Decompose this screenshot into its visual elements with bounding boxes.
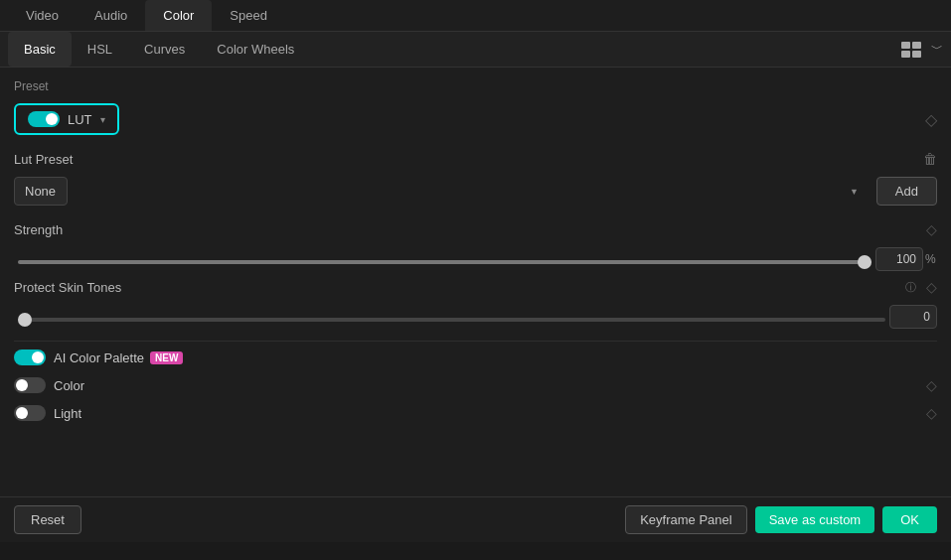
trash-icon[interactable]: 🗑 bbox=[923, 151, 937, 167]
reset-button[interactable]: Reset bbox=[14, 505, 81, 534]
preset-label: Preset bbox=[14, 79, 937, 93]
strength-value[interactable] bbox=[875, 247, 923, 271]
color-row: Color ◇ bbox=[14, 377, 937, 393]
subtab-basic[interactable]: Basic bbox=[8, 32, 72, 67]
save-as-custom-button[interactable]: Save as custom bbox=[755, 506, 875, 533]
ai-color-palette-row: AI Color Palette NEW bbox=[14, 350, 937, 365]
protect-skin-slider-row bbox=[14, 305, 937, 329]
light-row: Light ◇ bbox=[14, 405, 937, 421]
content-area: Preset LUT ▾ ◇ Lut Preset 🗑 None Add Str… bbox=[0, 68, 951, 496]
chevron-down-icon[interactable]: ﹀ bbox=[931, 41, 943, 58]
strength-slider-row: % bbox=[14, 247, 937, 271]
protect-skin-diamond-icon[interactable]: ◇ bbox=[926, 279, 937, 295]
lut-toggle-row: LUT ▾ ◇ bbox=[14, 103, 937, 135]
protect-skin-slider[interactable] bbox=[18, 318, 885, 322]
tab-color[interactable]: Color bbox=[145, 0, 212, 31]
lut-preset-select[interactable]: None bbox=[14, 177, 68, 206]
ai-color-palette-label: AI Color Palette bbox=[54, 350, 144, 365]
light-toggle[interactable] bbox=[14, 405, 46, 421]
svg-rect-1 bbox=[912, 42, 921, 49]
strength-slider[interactable] bbox=[18, 260, 872, 264]
protect-skin-info-icon[interactable]: ⓘ bbox=[905, 280, 916, 295]
strength-slider-container bbox=[18, 252, 872, 267]
ai-color-palette-toggle[interactable] bbox=[14, 350, 46, 365]
lut-dropdown-arrow[interactable]: ▾ bbox=[100, 114, 105, 125]
add-button[interactable]: Add bbox=[876, 177, 937, 206]
top-tab-bar: Video Audio Color Speed bbox=[0, 0, 951, 32]
strength-diamond-icon[interactable]: ◇ bbox=[926, 221, 937, 237]
lut-diamond-icon[interactable]: ◇ bbox=[925, 110, 937, 129]
subtab-colorwheels[interactable]: Color Wheels bbox=[201, 32, 310, 67]
svg-rect-2 bbox=[901, 51, 910, 58]
lut-preset-field-row: Lut Preset 🗑 bbox=[14, 151, 937, 167]
protect-skin-field-row: Protect Skin Tones ⓘ ◇ bbox=[14, 279, 937, 295]
sub-tab-bar: Basic HSL Curves Color Wheels ﹀ bbox=[0, 32, 951, 68]
lut-box[interactable]: LUT ▾ bbox=[14, 103, 119, 135]
svg-rect-3 bbox=[912, 51, 921, 58]
divider-1 bbox=[14, 341, 937, 342]
lut-preset-select-wrapper: None bbox=[14, 177, 869, 206]
subtab-curves[interactable]: Curves bbox=[128, 32, 201, 67]
keyframe-panel-button[interactable]: Keyframe Panel bbox=[625, 505, 747, 534]
strength-label: Strength bbox=[14, 222, 920, 237]
protect-skin-value[interactable] bbox=[889, 305, 937, 329]
protect-skin-slider-container bbox=[18, 310, 885, 325]
tab-speed[interactable]: Speed bbox=[212, 0, 285, 31]
color-toggle[interactable] bbox=[14, 377, 46, 393]
tab-video[interactable]: Video bbox=[8, 0, 77, 31]
tab-audio[interactable]: Audio bbox=[77, 0, 145, 31]
svg-rect-0 bbox=[901, 42, 910, 49]
lut-preset-label: Lut Preset bbox=[14, 152, 923, 167]
bottom-bar: Reset Keyframe Panel Save as custom OK bbox=[0, 496, 951, 542]
light-label: Light bbox=[54, 406, 81, 421]
strength-unit: % bbox=[925, 252, 937, 266]
strength-field-row: Strength ◇ bbox=[14, 221, 937, 237]
light-diamond-icon[interactable]: ◇ bbox=[926, 405, 937, 421]
color-label: Color bbox=[54, 378, 84, 393]
color-diamond-icon[interactable]: ◇ bbox=[926, 377, 937, 393]
subtab-hsl[interactable]: HSL bbox=[72, 32, 128, 67]
new-badge: NEW bbox=[150, 351, 183, 364]
view-icon[interactable] bbox=[897, 39, 925, 61]
lut-label: LUT bbox=[68, 112, 92, 127]
lut-preset-select-row: None Add bbox=[14, 177, 937, 206]
ok-button[interactable]: OK bbox=[882, 506, 937, 533]
lut-toggle[interactable] bbox=[28, 111, 60, 127]
protect-skin-label: Protect Skin Tones bbox=[14, 280, 905, 295]
